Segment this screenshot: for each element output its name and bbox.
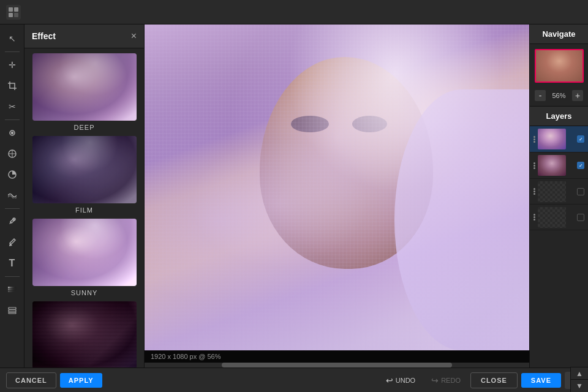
adjust-tool[interactable] [3,165,21,184]
crop-tool[interactable] [3,77,21,95]
wave-tool[interactable] [3,186,21,205]
effect-panel-header: Effect × [24,24,144,48]
zoom-controls: - 56% + [530,88,588,107]
zoom-plus-button[interactable]: + [572,90,583,101]
tool-divider-3 [5,208,20,209]
text-tool[interactable]: T [3,254,21,273]
bottom-toolbar: CANCEL APPLY ↩ UNDO ↪ REDO CLOSE SAVE ▶ [0,368,588,392]
brush-tool[interactable] [3,233,21,252]
nav-up-button[interactable]: ▲ [571,368,588,380]
svg-rect-0 [9,7,13,12]
svg-rect-13 [9,310,16,312]
effect-deep[interactable]: DEEP [29,53,139,131]
svg-rect-3 [14,13,18,17]
layer-thumb-2 [538,155,566,176]
tool-divider-4 [5,276,20,277]
svg-rect-2 [9,13,13,17]
horizontal-scroll-thumb[interactable] [222,363,453,368]
layer-thumb-4 [538,207,566,228]
transform-tool[interactable] [3,124,21,142]
layer-menu-icon-3[interactable] [533,188,535,195]
layer-menu-icon-2[interactable] [533,162,535,169]
layer-item-1[interactable] [530,126,588,153]
layers-view-tool[interactable] [3,301,21,320]
zoom-minus-button[interactable]: - [535,90,546,101]
redo-arrow-icon: ↪ [431,375,439,385]
effect-sunny-label: SUNNY [71,289,98,296]
svg-rect-10 [8,289,17,290]
effect-film[interactable]: FILM [29,136,139,214]
effect-film-thumb [32,136,137,203]
navigate-thumbnail[interactable] [535,49,584,83]
filter-tool[interactable] [3,145,21,163]
svg-rect-9 [8,287,17,288]
svg-rect-1 [14,7,18,12]
cancel-button[interactable]: CANCEL [6,372,56,388]
redo-label: REDO [441,377,461,384]
canvas-status: 1920 x 1080 px @ 56% [145,350,529,363]
layer-thumb-1 [538,129,566,149]
zoom-value-display: 56% [548,92,570,99]
effect-panel-title: Effect [32,31,56,41]
effect-gritty-thumb [32,301,137,368]
effect-sunny-thumb [32,219,137,286]
svg-rect-12 [9,307,16,309]
gradient-tool[interactable] [3,281,21,299]
layer-thumb-3 [538,181,566,202]
layer-item-3[interactable] [530,179,588,205]
canvas-dimensions: 1920 x 1080 px @ 56% [151,353,221,360]
effect-film-label: FILM [75,206,93,214]
layer-menu-icon-4[interactable] [533,214,535,221]
effect-deep-thumb [32,53,137,121]
undo-button[interactable]: ↩ UNDO [380,372,421,389]
navigate-thumb-image [536,50,582,81]
layer-visibility-3[interactable] [577,188,584,195]
svg-rect-11 [8,291,17,292]
effect-deep-label: DEEP [74,124,95,131]
horizontal-scrollbar[interactable] [145,363,529,368]
move-tool[interactable]: ✛ [3,56,21,74]
redo-button[interactable]: ↪ REDO [425,372,467,389]
top-bar [0,0,588,24]
layer-item-2[interactable] [530,153,588,179]
effect-panel: Effect × DEEP FILM [24,24,145,368]
apply-button[interactable]: APPLY [60,373,102,388]
effect-panel-close-button[interactable]: × [131,31,137,42]
undo-arrow-icon: ↩ [386,375,393,385]
effect-gritty[interactable]: GRITTY [29,301,139,368]
tool-divider-1 [5,51,20,52]
canvas-container[interactable] [145,24,529,350]
layer-visibility-2[interactable] [577,162,584,169]
layers-section-title: Layers [530,107,588,126]
effect-sunny[interactable]: SUNNY [29,219,139,296]
canvas-area: 1920 x 1080 px @ 56% [145,24,529,368]
close-button[interactable]: CLOSE [470,372,518,388]
cursor-tool[interactable]: ↖ [3,29,21,48]
left-toolbar: ↖ ✛ ✂ [0,24,24,368]
page-nav: ▲ ▼ [570,367,588,392]
eyedropper-tool[interactable] [3,213,21,231]
layer-item-4[interactable] [530,205,588,230]
save-button[interactable]: SAVE [521,373,561,388]
layer-menu-icon-1[interactable] [533,136,535,143]
cut-tool[interactable]: ✂ [3,97,21,116]
right-panel: Navigate - 56% + Layers [529,24,588,368]
undo-label: UNDO [396,377,415,384]
nav-down-button[interactable]: ▼ [571,380,588,392]
svg-rect-14 [9,312,16,314]
main-content: ↖ ✛ ✂ [0,24,588,368]
layer-visibility-1[interactable] [577,135,584,143]
effect-list: DEEP FILM SUNNY [24,48,144,368]
tool-divider-2 [5,119,20,120]
svg-point-5 [11,132,13,134]
navigate-section-title: Navigate [530,24,588,44]
layer-visibility-4[interactable] [577,214,584,221]
app-logo [6,5,21,20]
